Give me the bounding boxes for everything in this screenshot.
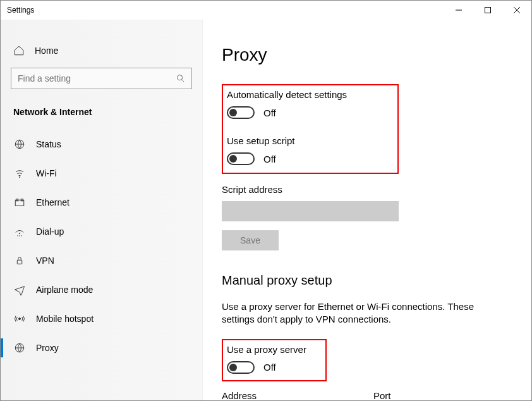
sidebar-item-label: Wi-Fi bbox=[36, 168, 57, 178]
auto-detect-group: Automatically detect settings Off bbox=[227, 89, 347, 119]
svg-line-5 bbox=[182, 80, 184, 82]
setup-script-toggle[interactable] bbox=[227, 152, 255, 165]
sidebar-item-label: VPN bbox=[36, 256, 54, 266]
sidebar-item-label: Dial-up bbox=[36, 226, 64, 237]
sidebar-item-label: Ethernet bbox=[36, 197, 70, 207]
sidebar-item-label: Mobile hotspot bbox=[36, 314, 94, 324]
setup-script-group: Use setup script Off bbox=[227, 135, 347, 165]
ethernet-icon bbox=[13, 197, 26, 208]
auto-detect-label: Automatically detect settings bbox=[227, 89, 347, 100]
manual-heading: Manual proxy setup bbox=[222, 273, 512, 288]
port-label: Port bbox=[373, 390, 424, 401]
use-proxy-label: Use a proxy server bbox=[227, 344, 306, 355]
window-title: Settings bbox=[1, 6, 34, 15]
titlebar: Settings bbox=[1, 1, 531, 20]
auto-detect-toggle[interactable] bbox=[227, 106, 255, 119]
sidebar-item-airplane[interactable]: Airplane mode bbox=[1, 275, 202, 304]
setup-script-label: Use setup script bbox=[227, 135, 347, 146]
sidebar-item-ethernet[interactable]: Ethernet bbox=[1, 188, 202, 217]
home-button[interactable]: Home bbox=[1, 45, 202, 68]
manual-desc: Use a proxy server for Ethernet or Wi-Fi… bbox=[222, 300, 500, 326]
sidebar-item-wifi[interactable]: Wi-Fi bbox=[1, 159, 202, 188]
proxy-icon bbox=[13, 342, 26, 354]
dialup-icon bbox=[13, 226, 26, 237]
window-controls bbox=[444, 1, 531, 20]
page-title: Proxy bbox=[222, 45, 512, 65]
search-wrap bbox=[11, 68, 192, 89]
svg-point-7 bbox=[19, 176, 20, 177]
sidebar-item-proxy[interactable]: Proxy bbox=[1, 333, 202, 362]
highlight-proxy-section: Use a proxy server Off bbox=[222, 339, 327, 381]
use-proxy-state: Off bbox=[263, 362, 276, 373]
sidebar-item-label: Status bbox=[36, 139, 61, 149]
sidebar-item-status[interactable]: Status bbox=[1, 130, 202, 159]
sidebar: Home Network & Internet Status Wi-Fi Eth… bbox=[1, 20, 203, 400]
address-col: Address bbox=[222, 390, 329, 401]
minimize-button[interactable] bbox=[444, 1, 473, 20]
search-input[interactable] bbox=[11, 68, 192, 89]
svg-rect-15 bbox=[17, 260, 22, 264]
save-button[interactable]: Save bbox=[222, 230, 279, 250]
use-proxy-toggle-row: Off bbox=[227, 361, 306, 374]
status-icon bbox=[13, 139, 26, 150]
auto-detect-state: Off bbox=[263, 108, 276, 118]
wifi-icon bbox=[13, 168, 26, 179]
auto-detect-toggle-row: Off bbox=[227, 106, 347, 119]
home-icon bbox=[13, 45, 26, 56]
window-body: Home Network & Internet Status Wi-Fi Eth… bbox=[1, 20, 531, 400]
svg-point-11 bbox=[19, 233, 20, 234]
home-label: Home bbox=[35, 46, 58, 56]
vpn-icon bbox=[13, 255, 26, 266]
section-title: Network & Internet bbox=[1, 107, 202, 130]
hotspot-icon bbox=[13, 313, 26, 324]
main-content: Proxy Automatically detect settings Off … bbox=[203, 20, 531, 400]
sidebar-item-label: Airplane mode bbox=[36, 285, 93, 295]
sidebar-item-vpn[interactable]: VPN bbox=[1, 246, 202, 275]
maximize-button[interactable] bbox=[473, 1, 502, 20]
airplane-icon bbox=[13, 284, 26, 295]
address-label: Address bbox=[222, 390, 329, 401]
svg-point-4 bbox=[178, 75, 183, 80]
address-port-row: Address Port bbox=[222, 390, 512, 401]
sidebar-item-label: Proxy bbox=[36, 343, 59, 353]
highlight-auto-section: Automatically detect settings Off Use se… bbox=[222, 84, 399, 174]
setup-script-toggle-row: Off bbox=[227, 152, 347, 165]
sidebar-item-dialup[interactable]: Dial-up bbox=[1, 217, 202, 246]
svg-point-16 bbox=[19, 318, 21, 320]
script-address-label: Script address bbox=[222, 184, 512, 195]
script-address-input[interactable] bbox=[222, 201, 399, 221]
settings-window: Settings Home Network & Internet Status bbox=[0, 0, 532, 401]
port-col: Port bbox=[373, 390, 424, 401]
svg-rect-1 bbox=[485, 8, 491, 13]
sidebar-item-hotspot[interactable]: Mobile hotspot bbox=[1, 304, 202, 333]
use-proxy-toggle[interactable] bbox=[227, 361, 255, 374]
close-button[interactable] bbox=[502, 1, 531, 20]
search-icon bbox=[176, 73, 186, 86]
setup-script-state: Off bbox=[263, 154, 276, 164]
